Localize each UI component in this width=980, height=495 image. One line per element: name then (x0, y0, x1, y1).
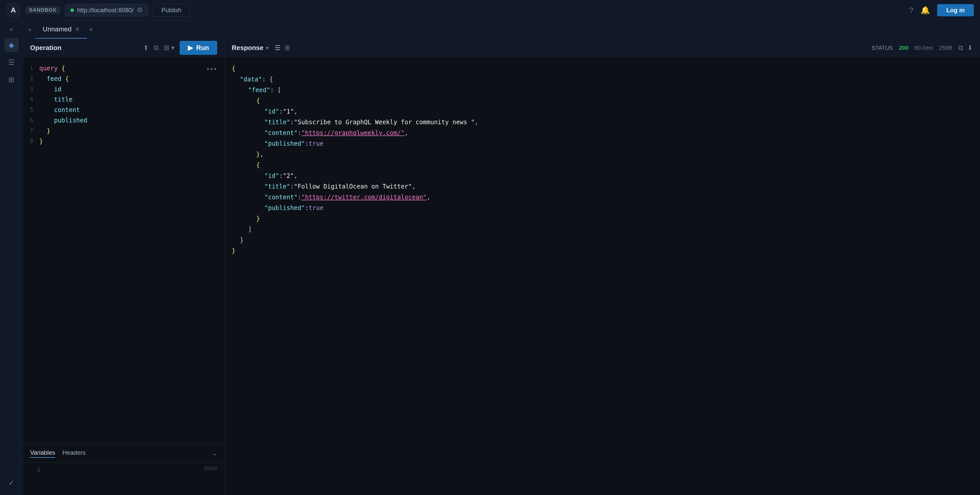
response-line-id1: "id": "1", (232, 106, 973, 117)
response-content: { "data": { "feed": [ { "id": "1", (224, 57, 980, 495)
response-line-title1: "title": "Subscribe to GraphQL Weekly fo… (232, 117, 973, 127)
response-line-root-close: } (232, 245, 973, 256)
tab-close-icon[interactable]: ✕ (75, 26, 80, 33)
server-status-dot (70, 8, 74, 12)
status-code: 200 (899, 45, 908, 51)
response-line-feed-close: ] (232, 224, 973, 235)
run-button[interactable]: ▶ Run (180, 41, 217, 55)
code-line-6: 6 published (23, 115, 224, 126)
variables-collapse-icon[interactable]: ⌄ (212, 450, 217, 457)
response-timing: 60.0ms (915, 45, 933, 51)
main-layout: » ◈ ☰ ⊞ ✓ » Unnamed ✕ + Operation ⬆ (0, 21, 980, 495)
response-line-obj1-open: { (232, 95, 973, 106)
response-line-id2: "id": "2", (232, 170, 973, 181)
left-sidebar: » ◈ ☰ ⊞ ✓ (0, 21, 23, 495)
response-panel-header: Response ▾ ☰ ⊞ STATUS 200 60.0ms 259B (224, 39, 980, 57)
response-line-data-key: "data": { (232, 74, 973, 85)
topbar-actions: ? 🔔 Log in (909, 4, 974, 16)
code-line-2: 2 feed { (23, 74, 224, 84)
bell-icon[interactable]: 🔔 (921, 6, 930, 14)
editor-more-options-icon[interactable]: ••• (206, 64, 217, 75)
code-line-7: 7 } (23, 126, 224, 136)
panels-area: Operation ⬆ ⧉ ⊞ ▾ ▶ Run ••• 1 (23, 39, 980, 495)
share-icon[interactable]: ⬆ (143, 44, 149, 52)
sidebar-icon-graph[interactable]: ◈ (4, 38, 19, 52)
response-line-title2: "title": "Follow DigitalOcean on Twitter… (232, 181, 973, 192)
help-icon[interactable]: ? (909, 6, 913, 14)
sidebar-icon-document[interactable]: ☰ (4, 55, 19, 69)
response-line-open: { (232, 63, 973, 74)
variables-panel: Variables Headers ⌄ 1 JSON (23, 444, 224, 495)
settings-icon[interactable]: ⊞ ▾ (164, 44, 175, 52)
code-line-4: 4 title (23, 94, 224, 105)
response-panel: Response ▾ ☰ ⊞ STATUS 200 60.0ms 259B (224, 39, 980, 495)
status-label: STATUS (872, 45, 893, 51)
variables-json-label: JSON (197, 463, 224, 471)
sandbox-badge: SANDBOX (25, 6, 60, 14)
grid-view-icon[interactable]: ⊞ (285, 44, 290, 52)
sidebar-icon-check[interactable]: ✓ (4, 476, 19, 490)
code-line-5: 5 content (23, 105, 224, 115)
operation-panel-actions: ⬆ ⧉ ⊞ ▾ ▶ Run (143, 41, 217, 55)
publish-button[interactable]: Publish (153, 4, 190, 17)
operation-panel: Operation ⬆ ⧉ ⊞ ▾ ▶ Run ••• 1 (23, 39, 224, 495)
variables-content: 1 (23, 463, 54, 477)
variables-header: Variables Headers ⌄ (23, 444, 224, 463)
response-size: 259B (939, 45, 952, 51)
code-line-3: 3 id (23, 84, 224, 95)
tab-unnamed[interactable]: Unnamed ✕ (35, 21, 87, 38)
list-view-icon[interactable]: ☰ (275, 44, 280, 52)
code-line-1: 1 query { (23, 63, 224, 74)
server-settings-icon[interactable]: ⚙ (137, 6, 143, 14)
copy-icon[interactable]: ⧉ (154, 44, 159, 52)
status-area: STATUS 200 60.0ms 259B (872, 45, 952, 51)
code-editor[interactable]: ••• 1 query { 2 feed { 3 id 4 (23, 57, 224, 444)
operation-panel-title: Operation (30, 44, 143, 52)
tab-add-icon[interactable]: + (89, 25, 93, 34)
response-line-obj2-close: } (232, 213, 973, 224)
sidebar-collapse-icon[interactable]: » (10, 25, 13, 33)
tab-label: Unnamed (43, 25, 72, 33)
response-line-data-close: } (232, 235, 973, 245)
code-line-8: 8 } (23, 136, 224, 147)
response-line-published2: "published": true (232, 202, 973, 213)
server-url-group[interactable]: http://localhost:8080/ ⚙ (65, 4, 148, 16)
tab-bar-collapse-icon[interactable]: » (28, 26, 32, 33)
response-copy-icons: ⧉ ⬇ (958, 44, 973, 52)
response-title-text: Response (232, 44, 263, 52)
run-icon: ▶ (188, 44, 193, 52)
app-logo: A (6, 3, 21, 18)
response-chevron-icon[interactable]: ▾ (266, 45, 269, 51)
response-line-content1: "content": "https://graphqlweekly.com/", (232, 127, 973, 138)
copy-response-icon[interactable]: ⧉ (958, 44, 963, 52)
variables-tab[interactable]: Variables (30, 449, 55, 458)
response-title: Response ▾ (232, 44, 269, 52)
response-line-content2: "content": "https://twitter.com/digitalo… (232, 192, 973, 202)
response-line-obj1-close: }, (232, 149, 973, 160)
headers-tab[interactable]: Headers (62, 449, 86, 458)
sidebar-icon-bookmark[interactable]: ⊞ (4, 72, 19, 87)
server-url-text: http://localhost:8080/ (77, 6, 134, 14)
content-area: » Unnamed ✕ + Operation ⬆ ⧉ ⊞ ▾ ▶ (23, 21, 980, 495)
operation-panel-header: Operation ⬆ ⧉ ⊞ ▾ ▶ Run (23, 39, 224, 57)
run-label: Run (196, 44, 209, 52)
download-response-icon[interactable]: ⬇ (967, 44, 973, 52)
response-line-published1: "published": true (232, 138, 973, 149)
login-button[interactable]: Log in (937, 4, 974, 16)
response-line-obj2-open: { (232, 160, 973, 170)
response-view-icons: ☰ ⊞ (275, 44, 290, 52)
tab-bar: » Unnamed ✕ + (23, 21, 980, 39)
response-line-feed-key: "feed": [ (232, 85, 973, 95)
topbar: A SANDBOX http://localhost:8080/ ⚙ Publi… (0, 0, 980, 21)
